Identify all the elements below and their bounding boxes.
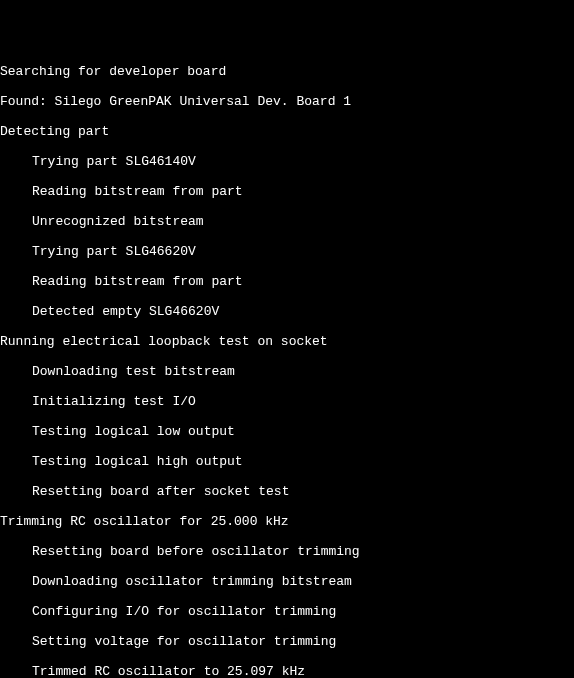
terminal-line: Downloading test bitstream [0,364,574,379]
terminal-line: Reading bitstream from part [0,274,574,289]
terminal-line: Unrecognized bitstream [0,214,574,229]
terminal-line: Resetting board after socket test [0,484,574,499]
terminal-line: Running electrical loopback test on sock… [0,334,574,349]
terminal-line: Reading bitstream from part [0,184,574,199]
terminal-line: Configuring I/O for oscillator trimming [0,604,574,619]
terminal-line: Trying part SLG46140V [0,154,574,169]
terminal-line: Resetting board before oscillator trimmi… [0,544,574,559]
terminal-line: Testing logical low output [0,424,574,439]
terminal-line: Initializing test I/O [0,394,574,409]
terminal-line: Trimmed RC oscillator to 25.097 kHz [0,664,574,678]
terminal-line: Setting voltage for oscillator trimming [0,634,574,649]
terminal-line: Downloading oscillator trimming bitstrea… [0,574,574,589]
terminal-line: Searching for developer board [0,64,574,79]
terminal-line: Detected empty SLG46620V [0,304,574,319]
terminal-line: Found: Silego GreenPAK Universal Dev. Bo… [0,94,574,109]
terminal-line: Trimming RC oscillator for 25.000 kHz [0,514,574,529]
terminal-line: Testing logical high output [0,454,574,469]
terminal-line: Detecting part [0,124,574,139]
terminal-line: Trying part SLG46620V [0,244,574,259]
